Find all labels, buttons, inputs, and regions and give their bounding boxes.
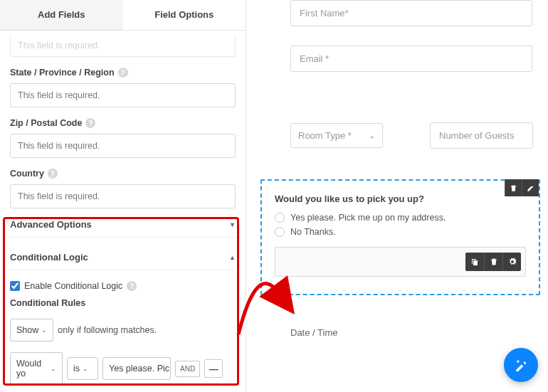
chevron-down-icon: ⌄	[51, 365, 56, 372]
input-first-name[interactable]: First Name*	[290, 0, 532, 26]
select-room-type-value: Room Type *	[298, 130, 352, 141]
and-button[interactable]: AND	[175, 361, 200, 377]
cond-op-value: is	[73, 364, 80, 374]
select-room-type[interactable]: Room Type * ⌄	[290, 123, 383, 148]
embedded-toolbar	[465, 253, 521, 271]
label-country-text: Country	[10, 169, 44, 179]
copy-icon[interactable]	[465, 253, 484, 271]
selected-field-block[interactable]: Would you like us to pick you up? Yes pl…	[260, 179, 540, 295]
input-email[interactable]: Email *	[290, 46, 532, 72]
section-advanced[interactable]: Advanced Options ▼	[10, 208, 236, 238]
label-state-text: State / Province / Region	[10, 68, 115, 78]
chevron-down-icon: ⌄	[41, 327, 47, 334]
radio-row-1[interactable]: Yes please. Pick me up on my address.	[275, 213, 526, 223]
pencil-icon[interactable]	[522, 179, 539, 196]
pickup-title: Would you like us to pick you up?	[275, 194, 526, 204]
chevron-down-icon: ⌄	[369, 132, 375, 139]
panel-body: This field is required. State / Province…	[0, 35, 246, 392]
show-row: Show ⌄ only if following matches.	[10, 319, 236, 341]
fab-button[interactable]	[504, 348, 538, 382]
left-panel: Add Fields Field Options This field is r…	[0, 0, 246, 392]
show-select[interactable]: Show ⌄	[10, 319, 53, 341]
radio-opt1: Yes please. Pick me up on my address.	[290, 213, 446, 223]
chevron-down-icon: ⌄	[83, 365, 88, 372]
help-icon[interactable]: ?	[118, 68, 128, 78]
radio-icon	[275, 213, 285, 223]
block-toolbar	[505, 179, 539, 196]
input-state[interactable]: This field is required.	[10, 83, 236, 107]
input-zip[interactable]: This field is required.	[10, 134, 236, 158]
condition-row: Would yo ⌄ is ⌄ Yes please. Pic ⌄ AND —	[10, 352, 236, 385]
help-icon[interactable]: ?	[85, 118, 95, 128]
enable-conditional-checkbox[interactable]	[10, 281, 20, 291]
label-country: Country ?	[10, 169, 236, 179]
remove-button[interactable]: —	[204, 359, 223, 378]
enable-conditional-row: Enable Conditional Logic ?	[10, 281, 236, 291]
caret-up-icon: ▲	[229, 254, 236, 261]
section-conditional: Conditional Logic ▲ Enable Conditional L…	[10, 238, 236, 392]
section-advanced-label: Advanced Options	[10, 219, 92, 230]
right-panel: First Name* Email * Room Type * ⌄ Number…	[246, 0, 548, 392]
radio-row-2[interactable]: No Thanks.	[275, 227, 526, 237]
tab-field-options[interactable]: Field Options	[123, 0, 246, 30]
help-icon[interactable]: ?	[48, 169, 58, 179]
clipped-input[interactable]: This field is required.	[10, 35, 236, 57]
label-zip: Zip / Postal Code ?	[10, 118, 236, 128]
help-icon[interactable]: ?	[127, 281, 137, 291]
tab-add-fields[interactable]: Add Fields	[0, 0, 123, 30]
tabs: Add Fields Field Options	[0, 0, 246, 31]
input-country[interactable]: This field is required.	[10, 184, 236, 208]
cond-value-text: Yes please. Pic	[109, 364, 169, 374]
trash-icon[interactable]	[484, 253, 502, 271]
cond-field-select[interactable]: Would yo ⌄	[10, 352, 63, 385]
section-conditional-header[interactable]: Conditional Logic ▲	[10, 241, 236, 270]
radio-icon	[275, 227, 285, 237]
cond-value-select[interactable]: Yes please. Pic ⌄	[102, 357, 171, 380]
only-if-text: only if following matches.	[58, 325, 157, 335]
gear-icon[interactable]	[502, 253, 521, 271]
embedded-field-box[interactable]	[275, 247, 526, 277]
conditional-rules-label: Conditional Rules	[10, 298, 236, 308]
input-guests[interactable]: Number of Guests	[430, 122, 533, 149]
label-zip-text: Zip / Postal Code	[10, 118, 82, 128]
radio-opt2: No Thanks.	[290, 227, 336, 237]
enable-conditional-label: Enable Conditional Logic	[24, 281, 122, 291]
section-conditional-label: Conditional Logic	[10, 252, 88, 263]
trash-icon[interactable]	[505, 179, 522, 196]
show-select-value: Show	[16, 325, 38, 335]
date-time-label: Date / Time	[290, 327, 337, 338]
caret-down-icon: ▼	[229, 221, 236, 228]
label-state: State / Province / Region ?	[10, 68, 236, 78]
wand-icon	[514, 358, 528, 372]
cond-field-value: Would yo	[16, 359, 48, 378]
cond-op-select[interactable]: is ⌄	[67, 357, 98, 380]
